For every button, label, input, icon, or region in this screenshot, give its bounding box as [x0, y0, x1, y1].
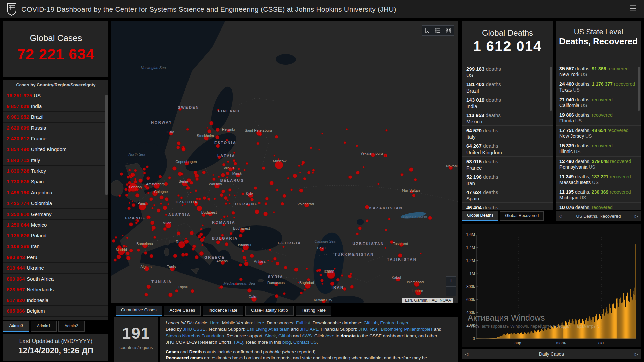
- us-state-row[interactable]: 10 076 deaths, recovered Georgia US: [556, 202, 641, 210]
- state-name: Texas: [559, 87, 572, 93]
- deaths-row[interactable]: 52 196 deaths Iran: [462, 172, 553, 187]
- admin-tabs: Admin0Admin1Admin2: [3, 321, 108, 332]
- text-link[interactable]: Contact US: [293, 340, 317, 345]
- country-cases-row[interactable]: 16 251 975US: [3, 90, 108, 101]
- text-link[interactable]: JHU: [359, 327, 367, 332]
- chevron-right-icon[interactable]: ▷: [632, 214, 641, 219]
- country-cases-row[interactable]: 617 820Indonesia: [3, 295, 108, 305]
- chevron-left-icon[interactable]: ◁: [462, 352, 471, 357]
- deaths-value: 299 163: [466, 66, 484, 72]
- country-cases-row[interactable]: 1 854 490United Kingdom: [3, 144, 108, 155]
- country-cases-row[interactable]: 9 857 029India: [3, 101, 108, 111]
- admin-tab[interactable]: Admin2: [58, 321, 85, 332]
- text-link[interactable]: blog: [282, 340, 291, 345]
- cases-by-country-panel: Cases by Country/Region/Sovereignty 16 2…: [3, 80, 108, 320]
- country-cases-row[interactable]: 1 350 810Germany: [3, 208, 108, 219]
- world-map[interactable]: Norwegian SeaNorth SeaMediterranean SeaC…: [111, 21, 458, 303]
- us-state-row[interactable]: 24 400 deaths, 1 176 377 recovered Texas…: [556, 79, 641, 95]
- country-cases-row[interactable]: 1 730 575Spain: [3, 176, 108, 187]
- us-state-row[interactable]: 21 040 deaths, recovered California US: [556, 95, 641, 110]
- cases-list-title: Cases by Country/Region/Sovereignty: [3, 80, 108, 90]
- country-name: India: [31, 103, 42, 109]
- us-state-row[interactable]: 12 490 deaths, 279 048 recovered Pennsyl…: [556, 156, 641, 172]
- country-cases-row[interactable]: 6 901 952Brazil: [3, 111, 108, 122]
- us-state-row[interactable]: 17 751 deaths, 48 654 recovered New Jers…: [556, 125, 641, 141]
- text-link[interactable]: Full list: [296, 320, 310, 325]
- text-link[interactable]: Slack: [265, 333, 276, 338]
- text-link[interactable]: JHU CSSE: [183, 327, 206, 332]
- country-cases-row[interactable]: 918 444Ukraine: [3, 262, 108, 273]
- text-link[interactable]: Esri Living Atlas team: [247, 327, 290, 332]
- us-state-row[interactable]: 35 557 deaths, 91 366 recovered New York…: [556, 64, 641, 79]
- scrollbar-thumb[interactable]: [638, 67, 640, 111]
- country-cases-row[interactable]: 1 250 044Mexico: [3, 219, 108, 230]
- map-metric-tab[interactable]: Cumulative Cases: [116, 306, 162, 316]
- deaths-row[interactable]: 58 015 deaths France: [462, 156, 553, 172]
- text-link[interactable]: Stavros Niarchos Foundation: [166, 333, 224, 338]
- map-metric-tab[interactable]: Case-Fatality Ratio: [245, 306, 294, 316]
- country-cases-row[interactable]: 1 498 160Argentina: [3, 187, 108, 198]
- us-state-pager[interactable]: ◁ US Deaths, Recovered ▷: [556, 211, 641, 221]
- us-state-row[interactable]: 11 195 deaths, 236 369 recovered Michiga…: [556, 187, 641, 202]
- admin-tab[interactable]: Admin0: [3, 321, 29, 332]
- country-cases-row[interactable]: 1 425 774Colombia: [3, 198, 108, 208]
- deaths-row[interactable]: 299 163 deaths US: [462, 64, 553, 79]
- text-link[interactable]: Feature Layer: [380, 320, 408, 325]
- text-link[interactable]: Here: [210, 320, 219, 325]
- country-cases-row[interactable]: 2 629 699Russia: [3, 122, 108, 133]
- deaths-row[interactable]: 46 404 deaths Russia: [462, 202, 553, 210]
- text-link[interactable]: JHU APL: [300, 327, 318, 332]
- deaths-row[interactable]: 181 402 deaths Brazil: [462, 79, 553, 95]
- us-state-row[interactable]: 19 866 deaths, recovered Florida US: [556, 110, 641, 125]
- chevron-right-icon[interactable]: ▷: [632, 352, 641, 357]
- country-cases-row[interactable]: 1 836 728Turkey: [3, 165, 108, 176]
- windows-activation-watermark-sub: Чтобы активировать Windows, перейдите в …: [468, 324, 599, 329]
- chart-pager[interactable]: ◁ Daily Cases ▷: [462, 349, 641, 359]
- deaths-row[interactable]: 64 520 deaths Italy: [462, 125, 553, 141]
- global-tab[interactable]: Global Deaths: [462, 211, 498, 221]
- state-name: Massachusetts: [559, 180, 591, 185]
- text-link[interactable]: FAQ: [234, 340, 243, 345]
- chart-plot-area: [476, 235, 636, 339]
- scrollbar-thumb[interactable]: [550, 67, 552, 111]
- basemap-icon[interactable]: [446, 28, 451, 33]
- country-cases-row[interactable]: 579 079Czechia: [3, 316, 108, 320]
- us-state-row[interactable]: 11 349 deaths, 187 221 recovered Massach…: [556, 172, 641, 187]
- legend-icon[interactable]: [435, 28, 440, 33]
- last-updated-value: 12/14/2020, 9:26 ДП: [3, 346, 108, 355]
- text-link[interactable]: here: [325, 333, 334, 338]
- country-cases-row[interactable]: 1 108 269Iran: [3, 241, 108, 251]
- text-link[interactable]: GitHub: [364, 320, 378, 325]
- deaths-row[interactable]: 47 624 deaths Spain: [462, 187, 553, 202]
- country-cases-row[interactable]: 2 430 612France: [3, 133, 108, 144]
- menu-icon[interactable]: ☰: [629, 4, 637, 13]
- map-metric-tab[interactable]: Incidence Rate: [203, 306, 243, 316]
- deaths-country: US: [466, 72, 553, 78]
- deaths-row[interactable]: 113 953 deaths Mexico: [462, 110, 553, 125]
- text-link[interactable]: NSF: [370, 327, 378, 332]
- country-cases-row[interactable]: 1 135 676Poland: [3, 230, 108, 241]
- map-metric-tab[interactable]: Active Cases: [164, 306, 201, 316]
- global-cases-value: 72 221 634: [3, 46, 108, 63]
- country-cases-row[interactable]: 980 943Peru: [3, 252, 108, 262]
- text-link[interactable]: Here: [254, 320, 264, 325]
- deaths-row[interactable]: 64 267 deaths United Kingdom: [462, 141, 553, 156]
- chevron-left-icon[interactable]: ◁: [556, 214, 565, 219]
- text-link[interactable]: AWS: [302, 333, 312, 338]
- map-metric-tab[interactable]: Testing Rate: [296, 306, 331, 316]
- global-tab[interactable]: Global Recovered: [500, 211, 544, 221]
- admin-tab[interactable]: Admin1: [31, 321, 57, 332]
- country-cases-row[interactable]: 605 966Belgium: [3, 305, 108, 316]
- deaths-row[interactable]: 143 019 deaths India: [462, 95, 553, 110]
- scrollbar-thumb[interactable]: [105, 95, 108, 195]
- cases-value: 605 966: [7, 308, 25, 314]
- country-cases-row[interactable]: 623 567Netherlands: [3, 284, 108, 295]
- country-cases-row[interactable]: 860 964South Africa: [3, 273, 108, 284]
- state-name: New York: [559, 72, 579, 77]
- text-link[interactable]: Github: [278, 333, 292, 338]
- state-name: Illinois: [559, 149, 573, 154]
- country-cases-row[interactable]: 1 843 712Italy: [3, 155, 108, 165]
- text-link[interactable]: Bloomberg Philanthropies: [381, 327, 433, 332]
- us-state-row[interactable]: 15 339 deaths, recovered Illinois US: [556, 141, 641, 156]
- bookmark-icon[interactable]: [425, 28, 429, 33]
